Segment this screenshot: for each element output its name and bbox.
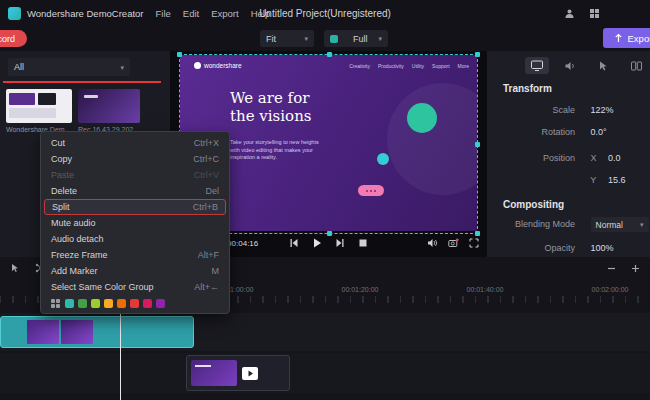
context-menu-item-add-marker[interactable]: Add Marker M xyxy=(41,263,229,279)
color-swatch[interactable] xyxy=(78,299,87,308)
volume-icon[interactable] xyxy=(427,238,438,248)
library-item[interactable]: Rec 16.43.29.202... xyxy=(78,89,140,133)
stop-button[interactable] xyxy=(358,238,368,248)
blending-mode-row: Blending Mode Normal ▾ xyxy=(487,217,650,232)
scale-value[interactable]: 122% xyxy=(591,105,614,115)
position-y-row: Y 15.6 xyxy=(487,175,650,185)
context-menu-item-mute-audio[interactable]: Mute audio xyxy=(41,215,229,231)
toolbar: Record Fit▾ Full▾ Export xyxy=(0,26,650,52)
export-arrow-icon xyxy=(614,33,623,43)
chevron-down-icon: ▾ xyxy=(304,35,308,42)
site-logo-icon xyxy=(194,62,201,69)
rotation-row: Rotation 0.0° xyxy=(487,127,650,137)
next-frame-button[interactable] xyxy=(335,238,345,248)
position-x-row: Position X 0.0 xyxy=(487,153,650,163)
position-y-value[interactable]: 15.6 xyxy=(608,175,626,185)
play-button[interactable] xyxy=(312,238,322,248)
chevron-down-icon: ▾ xyxy=(640,221,644,228)
overlay-clip[interactable] xyxy=(186,355,290,391)
color-grid-icon[interactable] xyxy=(51,299,60,308)
menu-file[interactable]: File xyxy=(156,8,171,19)
color-group-row xyxy=(41,295,229,310)
media-thumbnail xyxy=(6,89,72,123)
clip-context-menu: Cut Ctrl+X Copy Ctrl+C Paste Ctrl+V Dele… xyxy=(40,131,230,314)
inspector-tabs xyxy=(525,57,648,74)
color-swatch[interactable] xyxy=(156,299,165,308)
video-clip[interactable] xyxy=(0,316,194,348)
menu-export[interactable]: Export xyxy=(211,8,238,19)
color-swatch[interactable] xyxy=(143,299,152,308)
inspector-panel: Transform Scale 122% Rotation 0.0° Posit… xyxy=(487,51,650,257)
scale-row: Scale 122% xyxy=(487,105,650,115)
color-swatch[interactable] xyxy=(117,299,126,308)
color-swatch[interactable] xyxy=(65,299,74,308)
layout-grid-icon[interactable] xyxy=(589,8,600,19)
color-swatch[interactable] xyxy=(91,299,100,308)
color-chip xyxy=(330,35,338,43)
tab-cursor-effects[interactable] xyxy=(591,57,615,74)
drop-indicator-line xyxy=(3,81,161,83)
library-item[interactable]: Wondershare Dem xyxy=(6,89,72,133)
export-button[interactable]: Export xyxy=(603,28,650,48)
library-filter-dropdown[interactable]: All▾ xyxy=(8,58,130,76)
ruler-timestamp: 00:02:00:00 xyxy=(582,286,638,293)
chevron-down-icon: ▾ xyxy=(120,64,124,71)
clip-filmstrip xyxy=(27,320,93,344)
tab-screen-layout[interactable] xyxy=(624,57,648,74)
decor-green-circle xyxy=(407,103,437,133)
fit-dropdown[interactable]: Fit▾ xyxy=(260,30,314,47)
color-swatch[interactable] xyxy=(130,299,139,308)
site-nav-links: Creativity Productivity Utility Support … xyxy=(349,63,469,69)
clip-play-badge xyxy=(242,367,258,380)
fullscreen-icon[interactable] xyxy=(469,238,479,248)
ruler-timestamp: 00:01:20:00 xyxy=(332,286,388,293)
site-brand: wondershare xyxy=(194,62,242,69)
tab-video-properties[interactable] xyxy=(525,57,549,74)
compositing-section-title: Compositing xyxy=(503,199,564,210)
site-headline: We are for the visions xyxy=(230,89,312,125)
app-logo-icon xyxy=(8,7,21,20)
site-subtext: Take your storytelling to new heights wi… xyxy=(230,139,319,162)
decor-pill xyxy=(358,185,384,196)
ruler-timestamp: 00:01:40:00 xyxy=(457,286,513,293)
context-menu-item-freeze-frame[interactable]: Freeze Frame Alt+F xyxy=(41,247,229,263)
chevron-down-icon: ▾ xyxy=(378,35,382,42)
menu-edit[interactable]: Edit xyxy=(183,8,199,19)
site-navbar: wondershare Creativity Productivity Util… xyxy=(194,62,469,69)
previous-frame-button[interactable] xyxy=(289,238,299,248)
context-menu-item-cut[interactable]: Cut Ctrl+X xyxy=(41,135,229,151)
opacity-row: Opacity 100% xyxy=(487,243,650,253)
blending-mode-dropdown[interactable]: Normal ▾ xyxy=(591,217,649,232)
media-thumbnail xyxy=(78,89,140,123)
zoom-out-icon[interactable] xyxy=(607,264,616,273)
timeline-track-2 xyxy=(0,353,650,393)
select-tool-icon[interactable] xyxy=(10,263,20,273)
zoom-in-icon[interactable] xyxy=(631,264,640,273)
decor-teal-circle xyxy=(377,153,389,165)
snapshot-camera-icon[interactable] xyxy=(448,238,459,248)
context-menu-item-split[interactable]: Split Ctrl+B xyxy=(44,199,226,215)
tab-audio-properties[interactable] xyxy=(558,57,582,74)
transform-section-title: Transform xyxy=(503,83,552,94)
app-window: Wondershare DemoCreator File Edit Export… xyxy=(0,0,650,400)
clip-thumbnail xyxy=(191,360,237,386)
titlebar: Wondershare DemoCreator File Edit Export… xyxy=(0,0,650,26)
rotation-value[interactable]: 0.0° xyxy=(591,127,607,137)
position-x-value[interactable]: 0.0 xyxy=(608,153,621,163)
context-menu-item-delete[interactable]: Delete Del xyxy=(41,183,229,199)
color-swatch[interactable] xyxy=(104,299,113,308)
decor-circle xyxy=(387,83,477,195)
context-menu-item-paste: Paste Ctrl+V xyxy=(41,167,229,183)
context-menu-item-select-same-color-group[interactable]: Select Same Color Group Alt+← xyxy=(41,279,229,295)
user-icon[interactable] xyxy=(564,8,575,19)
app-name: Wondershare DemoCreator xyxy=(27,8,144,19)
menu-help[interactable]: Help xyxy=(251,8,271,19)
record-button[interactable]: Record xyxy=(0,30,27,47)
full-dropdown[interactable]: Full▾ xyxy=(324,30,388,47)
opacity-value[interactable]: 100% xyxy=(591,243,614,253)
context-menu-item-copy[interactable]: Copy Ctrl+C xyxy=(41,151,229,167)
context-menu-item-audio-detach[interactable]: Audio detach xyxy=(41,231,229,247)
